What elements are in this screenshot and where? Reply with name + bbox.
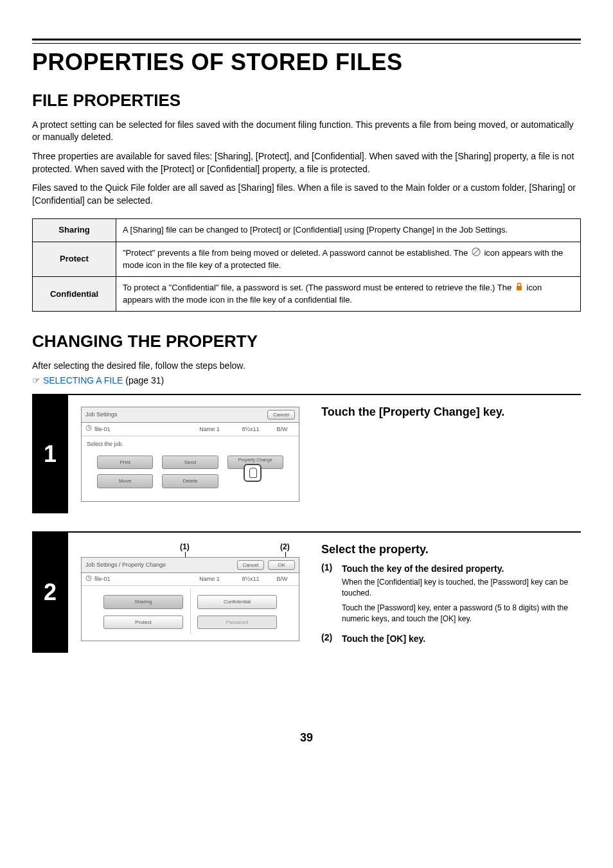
protect-desc-cell: "Protect" prevents a file from being mov… (116, 242, 581, 276)
protect-desc-a: "Protect" prevents a file from being mov… (123, 248, 470, 258)
table-row: Protect "Protect" prevents a file from b… (33, 242, 581, 276)
confidential-label-cell: Confidential (33, 276, 116, 311)
lcd-bw: B/W (269, 575, 295, 583)
lcd-prompt: Select the job. (85, 440, 295, 452)
table-row: Confidential To protect a "Confidential"… (33, 276, 581, 311)
password-button[interactable]: Password (197, 616, 277, 629)
cancel-button[interactable]: Cancel (267, 410, 295, 420)
lcd-file-name: file-01 (94, 425, 184, 434)
substep-2-num: (2) (321, 632, 337, 646)
callout-1: (1) (180, 542, 190, 553)
lcd-panel-1: Job Settings Cancel file-01 Name 1 8½x11… (81, 407, 299, 502)
svg-line-1 (474, 249, 479, 254)
substep-1-title: Touch the key of the desired property. (342, 563, 504, 574)
step-1: 1 Job Settings Cancel file-01 Name 1 8½x… (32, 394, 581, 513)
lcd-header-title: Job Settings / Property Change (85, 561, 166, 569)
touch-cursor-icon (244, 464, 262, 482)
lcd-header: Job Settings Cancel (82, 407, 299, 423)
section-file-properties-heading: FILE PROPERTIES (32, 89, 581, 112)
print-button[interactable]: Print (97, 456, 153, 469)
protect-label-cell: Protect (33, 242, 116, 276)
delete-button[interactable]: Delete (162, 474, 218, 488)
lcd-header: Job Settings / Property Change Cancel OK (82, 558, 299, 573)
step-number: 1 (32, 395, 68, 513)
link-page: (page 31) (123, 375, 164, 385)
lcd-name: Name 1 (187, 425, 232, 434)
lcd-size: 8½x11 (235, 425, 267, 434)
lcd-name: Name 1 (187, 575, 232, 583)
ok-button[interactable]: OK (268, 560, 295, 570)
lcd-header-title: Job Settings (85, 411, 118, 419)
conf-desc-a: To protect a "Confidential" file, a pass… (123, 283, 514, 292)
section-changing-property-heading: CHANGING THE PROPERTY (32, 330, 581, 353)
lcd-file-name: file-01 (94, 575, 184, 583)
mode-icon (85, 575, 92, 584)
properties-table: Sharing A [Sharing] file can be changed … (32, 218, 581, 312)
step-number: 2 (32, 533, 68, 653)
svg-rect-2 (517, 286, 522, 290)
lcd-size: 8½x11 (235, 575, 267, 583)
step-1-desc: Touch the [Property Change] key. (312, 395, 581, 513)
lcd-file-row: file-01 Name 1 8½x11 B/W (82, 423, 299, 436)
lcd-file-row: file-01 Name 1 8½x11 B/W (82, 573, 299, 587)
substep-1-body-2: Touch the [Password] key, enter a passwo… (342, 603, 581, 624)
substep-2-title: Touch the [OK] key. (342, 633, 425, 644)
confidential-desc-cell: To protect a "Confidential" file, a pass… (116, 276, 581, 311)
step-2: 2 (1) (2) Job Settings / Property Change… (32, 531, 581, 653)
sharing-label-cell: Sharing (33, 219, 116, 242)
link-row: ☞ SELECTING A FILE (page 31) (32, 375, 581, 387)
lcd-body: Select the job. Print Send Property Chan… (82, 436, 299, 501)
lcd-panel-2: Job Settings / Property Change Cancel OK… (81, 557, 299, 641)
protect-button[interactable]: Protect (103, 616, 183, 629)
pointer-icon: ☞ (32, 375, 40, 385)
lcd-bw: B/W (269, 425, 295, 434)
change-intro: After selecting the desired file, follow… (32, 360, 581, 373)
selecting-a-file-link[interactable]: SELECTING A FILE (43, 375, 123, 385)
send-button[interactable]: Send (162, 456, 218, 469)
confidential-button[interactable]: Confidential (197, 595, 277, 608)
sharing-button[interactable]: Sharing (103, 595, 183, 608)
property-change-label: Property Change (238, 457, 272, 462)
step-2-screen: (1) (2) Job Settings / Property Change C… (68, 533, 312, 653)
step-1-screen: Job Settings Cancel file-01 Name 1 8½x11… (68, 395, 312, 513)
substep-1-num: (1) (321, 562, 337, 628)
intro-paragraph-3: Files saved to the Quick File folder are… (32, 182, 581, 207)
vertical-divider (190, 589, 191, 634)
cancel-button[interactable]: Cancel (237, 560, 265, 570)
screen-wrap: (1) (2) Job Settings / Property Change C… (81, 544, 299, 641)
intro-paragraph-1: A protect setting can be selected for fi… (32, 119, 581, 144)
page-title: PROPERTIES OF STORED FILES (32, 46, 581, 78)
property-change-button[interactable]: Property Change (227, 456, 283, 469)
table-row: Sharing A [Sharing] file can be changed … (33, 219, 581, 242)
sharing-desc-cell: A [Sharing] file can be changed to [Prot… (116, 219, 581, 242)
lock-icon (515, 282, 523, 294)
intro-paragraph-2: Three properties are available for saved… (32, 150, 581, 175)
substep-2: (2) Touch the [OK] key. (321, 632, 581, 646)
heading-rule (32, 39, 581, 44)
step-2-title: Select the property. (321, 542, 581, 558)
prohibit-icon (472, 247, 481, 260)
move-button[interactable]: Move (97, 474, 153, 488)
lcd-button-grid: Print Send Property Change Move Delete (85, 452, 295, 494)
callout-2: (2) (280, 542, 290, 553)
mode-icon (85, 425, 92, 434)
substep-1-body-1: When the [Confidential] key is touched, … (342, 577, 581, 599)
step-1-title: Touch the [Property Change] key. (321, 404, 581, 420)
page-number: 39 (32, 730, 581, 746)
step-2-desc: Select the property. (1) Touch the key o… (312, 533, 581, 653)
substep-1: (1) Touch the key of the desired propert… (321, 562, 581, 628)
